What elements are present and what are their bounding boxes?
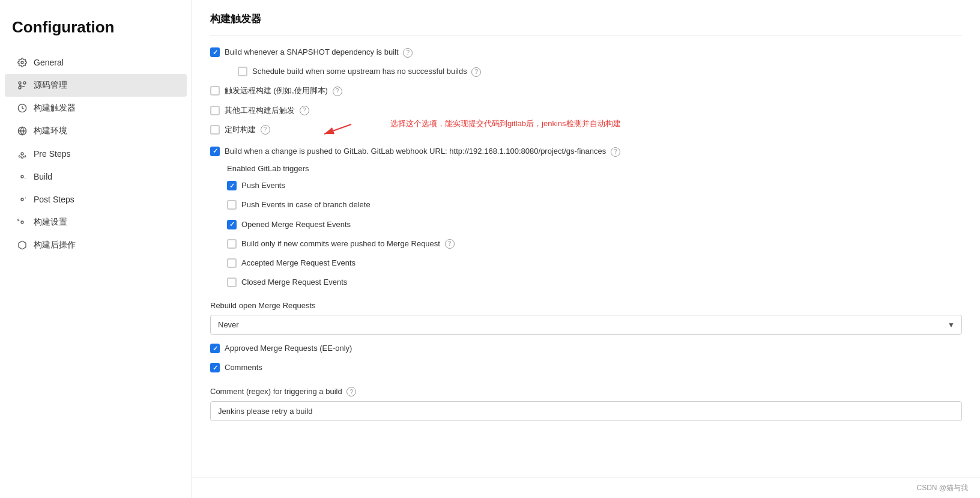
sidebar: Configuration General 源码管理 构建触发器 构建环境 Pr… bbox=[0, 0, 192, 498]
svg-point-6 bbox=[21, 153, 23, 155]
gear-icon bbox=[17, 57, 28, 68]
sidebar-title: Configuration bbox=[0, 12, 192, 51]
checkbox-push-delete[interactable] bbox=[227, 200, 237, 210]
help-new-commits-icon[interactable]: ? bbox=[445, 239, 455, 249]
svg-point-2 bbox=[19, 87, 21, 89]
checkbox-scheduled-label: 定时构建 ? bbox=[225, 124, 270, 135]
checkbox-scheduled[interactable] bbox=[210, 125, 220, 135]
branch-icon bbox=[17, 80, 28, 91]
rebuild-label: Rebuild open Merge Requests bbox=[210, 301, 962, 310]
triggers-section: Enabled GitLab triggers Push Events Push… bbox=[227, 164, 962, 289]
checkbox-comments-label: Comments bbox=[225, 362, 262, 373]
rebuild-select[interactable]: Never On push to source branch On push t… bbox=[210, 315, 962, 335]
section-title: 构建触发器 bbox=[210, 0, 962, 36]
sidebar-item-label-source: 源码管理 bbox=[34, 80, 67, 91]
checkbox-approved-merge-row: Approved Merge Requests (EE-only) bbox=[210, 342, 962, 355]
sidebar-item-build[interactable]: Build bbox=[5, 165, 187, 188]
checkbox-push-label: Push Events bbox=[241, 180, 285, 191]
build-settings-icon bbox=[17, 217, 28, 228]
globe-icon bbox=[17, 126, 28, 136]
help-other-icon[interactable]: ? bbox=[300, 106, 309, 115]
checkbox-comments-row: Comments bbox=[210, 361, 962, 374]
checkbox-approved-merge[interactable] bbox=[210, 344, 220, 353]
trigger-accepted-merge-row: Accepted Merge Request Events bbox=[227, 257, 962, 270]
checkbox-gitlab[interactable] bbox=[210, 147, 220, 156]
checkbox-accepted-merge[interactable] bbox=[227, 258, 237, 268]
help-scheduled-icon[interactable]: ? bbox=[261, 125, 270, 135]
checkbox-snapshot-row: Build whenever a SNAPSHOT dependency is … bbox=[210, 46, 962, 59]
bottom-bar: CSDN @猫与我 bbox=[192, 478, 980, 498]
sidebar-item-label-settings: 构建设置 bbox=[34, 217, 67, 228]
checkbox-gitlab-label: Build when a change is pushed to GitLab.… bbox=[225, 146, 620, 157]
sidebar-item-source-management[interactable]: 源码管理 bbox=[5, 74, 187, 97]
help-comment-icon[interactable]: ? bbox=[346, 387, 356, 396]
checkbox-approved-merge-label: Approved Merge Requests (EE-only) bbox=[225, 343, 352, 354]
sidebar-item-label-post-build: 构建后操作 bbox=[34, 240, 76, 251]
checkbox-remote-label: 触发远程构建 (例如,使用脚本) ? bbox=[225, 85, 342, 96]
checkbox-remote[interactable] bbox=[210, 86, 220, 96]
sidebar-item-label-post-steps: Post Steps bbox=[34, 195, 74, 204]
comment-section: Comment (regex) for triggering a build ? bbox=[210, 387, 962, 422]
help-remote-icon[interactable]: ? bbox=[333, 87, 342, 96]
checkbox-push-events[interactable] bbox=[227, 181, 237, 190]
comment-label: Comment (regex) for triggering a build ? bbox=[210, 387, 962, 397]
footer-text: CSDN @猫与我 bbox=[916, 484, 968, 492]
clock-icon bbox=[17, 103, 28, 114]
rebuild-select-wrapper: Never On push to source branch On push t… bbox=[210, 315, 962, 335]
sidebar-item-build-trigger[interactable]: 构建触发器 bbox=[5, 97, 187, 120]
build-icon bbox=[17, 171, 28, 182]
sidebar-item-label-pre-steps: Pre Steps bbox=[34, 149, 70, 159]
svg-point-3 bbox=[23, 82, 26, 84]
sidebar-item-label-general: General bbox=[34, 58, 64, 67]
annotation-arrow bbox=[318, 120, 354, 138]
checkbox-comments[interactable] bbox=[210, 363, 220, 372]
trigger-push-delete-row: Push Events in case of branch delete bbox=[227, 198, 962, 211]
svg-point-1 bbox=[19, 82, 21, 84]
help-gitlab-icon[interactable]: ? bbox=[611, 147, 620, 157]
checkbox-remote-row: 触发远程构建 (例如,使用脚本) ? bbox=[210, 84, 962, 97]
sidebar-item-label-trigger: 构建触发器 bbox=[34, 103, 76, 114]
annotation-text: 选择这个选项，能实现提交代码到gitlab后，jenkins检测并自动构建 bbox=[390, 118, 621, 129]
sidebar-item-label-env: 构建环境 bbox=[34, 126, 67, 136]
checkbox-closed-merge[interactable] bbox=[227, 278, 237, 287]
trigger-merge-request-row: Opened Merge Request Events bbox=[227, 218, 962, 231]
checkbox-snapshot-label: Build whenever a SNAPSHOT dependency is … bbox=[225, 47, 413, 58]
checkbox-push-delete-label: Push Events in case of branch delete bbox=[241, 199, 371, 210]
svg-point-0 bbox=[21, 61, 23, 64]
checkbox-gitlab-row: Build when a change is pushed to GitLab.… bbox=[210, 145, 962, 158]
cube-icon bbox=[17, 240, 28, 251]
sidebar-item-build-settings[interactable]: 构建设置 bbox=[5, 211, 187, 234]
checkbox-new-commits-label: Build only if new commits were pushed to… bbox=[241, 238, 455, 249]
checkbox-other-row: 其他工程构建后触发 ? bbox=[210, 104, 962, 117]
help-snapshot-icon[interactable]: ? bbox=[403, 48, 413, 58]
checkbox-other-label: 其他工程构建后触发 ? bbox=[225, 105, 309, 116]
checkbox-upstream[interactable] bbox=[238, 67, 247, 76]
checkbox-snapshot[interactable] bbox=[210, 47, 220, 57]
trigger-new-commits-row: Build only if new commits were pushed to… bbox=[227, 237, 962, 251]
sidebar-item-pre-steps[interactable]: Pre Steps bbox=[5, 142, 187, 165]
help-upstream-icon[interactable]: ? bbox=[471, 67, 481, 77]
sidebar-item-post-steps[interactable]: Post Steps bbox=[5, 188, 187, 211]
main-content: 构建触发器 Build whenever a SNAPSHOT dependen… bbox=[192, 0, 980, 498]
sidebar-item-build-env[interactable]: 构建环境 bbox=[5, 120, 187, 142]
triggers-label: Enabled GitLab triggers bbox=[227, 164, 962, 173]
comment-regex-input[interactable] bbox=[210, 401, 962, 421]
trigger-push-row: Push Events bbox=[227, 179, 962, 192]
svg-point-8 bbox=[21, 198, 23, 201]
checkbox-closed-merge-label: Closed Merge Request Events bbox=[241, 277, 347, 288]
sidebar-item-label-build: Build bbox=[34, 172, 52, 181]
rebuild-section: Rebuild open Merge Requests Never On pus… bbox=[210, 301, 962, 335]
pre-steps-icon bbox=[17, 148, 28, 159]
checkbox-upstream-label: Schedule build when some upstream has no… bbox=[252, 66, 481, 77]
svg-point-7 bbox=[21, 175, 23, 178]
checkbox-accepted-merge-label: Accepted Merge Request Events bbox=[241, 258, 355, 269]
sidebar-item-general[interactable]: General bbox=[5, 51, 187, 74]
checkbox-upstream-row: Schedule build when some upstream has no… bbox=[227, 65, 962, 78]
checkbox-other[interactable] bbox=[210, 106, 220, 115]
checkbox-merge-request[interactable] bbox=[227, 220, 237, 229]
sidebar-item-post-build[interactable]: 构建后操作 bbox=[5, 234, 187, 257]
checkbox-new-commits[interactable] bbox=[227, 239, 237, 249]
svg-point-9 bbox=[21, 221, 23, 223]
post-steps-icon bbox=[17, 194, 28, 205]
trigger-closed-merge-row: Closed Merge Request Events bbox=[227, 276, 962, 289]
